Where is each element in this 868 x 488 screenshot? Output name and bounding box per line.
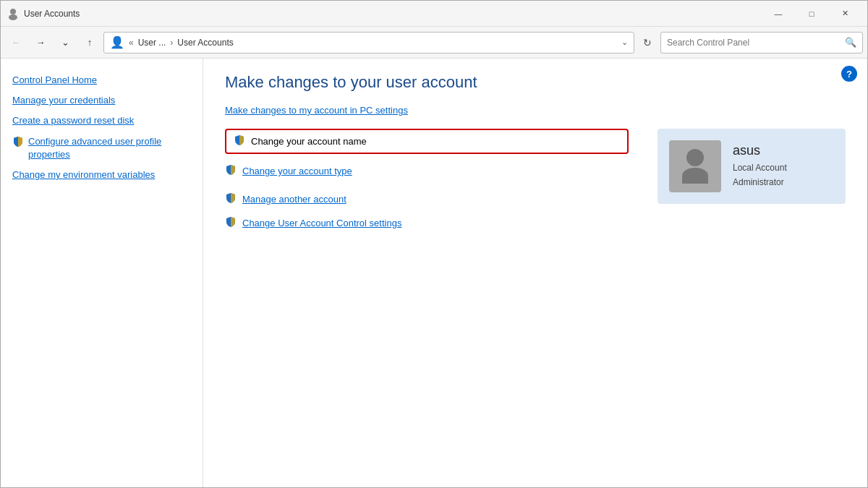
shield-icon [12, 136, 24, 151]
search-box[interactable]: 🔍 [660, 32, 863, 53]
manage-another-account-item: Manage another account [225, 192, 629, 206]
forward-button[interactable]: → [30, 32, 51, 53]
account-actions: Change your account name Change your acc… [225, 129, 846, 240]
search-icon: 🔍 [845, 37, 856, 48]
breadcrumb-short: User ... [138, 38, 166, 48]
breadcrumb-arrow: › [170, 38, 173, 48]
sidebar-item-label: Configure advanced user profile properti… [28, 135, 191, 161]
sidebar: Control Panel Home Manage your credentia… [1, 59, 203, 487]
window-title: User Accounts [24, 9, 762, 19]
user-card: asus Local Account Administrator [658, 129, 846, 204]
svg-point-0 [10, 9, 16, 14]
change-account-name-link[interactable]: Change your account name [251, 136, 367, 147]
sidebar-item-label: Change my environment variables [12, 168, 155, 181]
title-bar: User Accounts — □ ✕ [1, 1, 867, 27]
user-info: asus Local Account Administrator [733, 143, 787, 189]
user-detail-2: Administrator [733, 176, 787, 189]
page-title: Make changes to your user account [225, 73, 846, 92]
change-account-type-link[interactable]: Change your account type [242, 166, 352, 176]
address-separator: « [129, 38, 134, 48]
change-uac-settings-item: Change User Account Control settings [225, 216, 629, 230]
address-dropdown-icon[interactable]: ⌄ [621, 38, 628, 47]
up-button[interactable]: ↑ [79, 32, 101, 53]
sidebar-item-manage-credentials[interactable]: Manage your credentials [1, 90, 203, 111]
svg-point-1 [9, 14, 17, 20]
content-panel: ? Make changes to your user account Make… [203, 59, 867, 487]
shield-icon [225, 192, 237, 206]
sidebar-item-label: Manage your credentials [12, 94, 115, 107]
manage-another-account-link[interactable]: Manage another account [242, 194, 346, 205]
avatar-body [682, 168, 708, 184]
minimize-button[interactable]: — [762, 2, 795, 25]
shield-icon [234, 134, 245, 148]
sidebar-item-create-password-disk[interactable]: Create a password reset disk [1, 111, 203, 131]
window: User Accounts — □ ✕ ← → ⌄ ↑ 👤 « User ...… [0, 0, 868, 488]
breadcrumb-current: User Accounts [177, 38, 233, 48]
shield-icon [225, 216, 237, 230]
shield-icon [225, 164, 237, 178]
close-button[interactable]: ✕ [828, 2, 861, 25]
actions-list: Change your account name Change your acc… [225, 129, 629, 240]
address-box[interactable]: 👤 « User ... › User Accounts ⌄ [103, 32, 634, 53]
sidebar-item-configure-advanced[interactable]: Configure advanced user profile properti… [1, 132, 203, 165]
sidebar-item-label: Create a password reset disk [12, 114, 134, 127]
avatar-head [686, 149, 704, 166]
address-icon: 👤 [110, 35, 124, 49]
recent-button[interactable]: ⌄ [54, 32, 76, 53]
user-name: asus [733, 143, 787, 158]
maximize-button[interactable]: □ [795, 2, 828, 25]
user-detail-1: Local Account [733, 161, 787, 175]
title-bar-controls: — □ ✕ [762, 2, 861, 25]
avatar [669, 140, 721, 192]
avatar-figure [682, 149, 708, 184]
refresh-button[interactable]: ↻ [637, 33, 658, 53]
back-button[interactable]: ← [5, 32, 27, 53]
change-uac-settings-link[interactable]: Change User Account Control settings [242, 218, 401, 228]
pc-settings-link[interactable]: Make changes to my account in PC setting… [225, 105, 846, 116]
search-input[interactable] [667, 38, 842, 48]
change-account-type-item: Change your account type [225, 164, 629, 178]
sidebar-item-control-panel-home[interactable]: Control Panel Home [1, 70, 203, 90]
main-area: Control Panel Home Manage your credentia… [1, 59, 867, 487]
address-bar-row: ← → ⌄ ↑ 👤 « User ... › User Accounts ⌄ ↻… [1, 27, 867, 59]
window-icon [7, 7, 20, 20]
sidebar-item-label: Control Panel Home [12, 74, 97, 87]
sidebar-item-change-env-vars[interactable]: Change my environment variables [1, 165, 203, 185]
help-button[interactable]: ? [841, 66, 857, 82]
change-account-name-highlighted: Change your account name [225, 129, 629, 154]
